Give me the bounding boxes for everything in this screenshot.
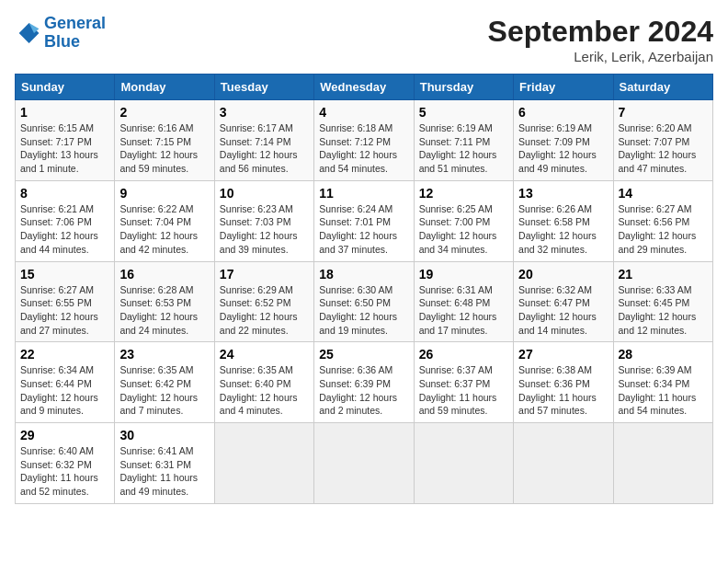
weekday-header-sunday: Sunday (16, 75, 115, 100)
day-number: 26 (419, 347, 508, 362)
calendar-table: SundayMondayTuesdayWednesdayThursdayFrid… (15, 74, 713, 504)
empty-cell (414, 423, 513, 504)
day-cell: 14Sunrise: 6:27 AM Sunset: 6:56 PM Dayli… (613, 180, 712, 261)
day-detail: Sunrise: 6:35 AM Sunset: 6:40 PM Dayligh… (220, 363, 309, 418)
day-number: 3 (220, 105, 309, 120)
day-number: 8 (20, 186, 109, 201)
day-detail: Sunrise: 6:19 AM Sunset: 7:09 PM Dayligh… (518, 121, 608, 176)
weekday-header-wednesday: Wednesday (314, 75, 414, 100)
day-number: 29 (20, 428, 109, 442)
day-cell: 9Sunrise: 6:22 AM Sunset: 7:04 PM Daylig… (115, 180, 214, 261)
day-number: 14 (619, 186, 708, 201)
day-detail: Sunrise: 6:22 AM Sunset: 7:04 PM Dayligh… (119, 202, 209, 257)
day-detail: Sunrise: 6:23 AM Sunset: 7:03 PM Dayligh… (220, 202, 309, 257)
day-cell: 20Sunrise: 6:32 AM Sunset: 6:47 PM Dayli… (514, 261, 613, 342)
day-detail: Sunrise: 6:39 AM Sunset: 6:34 PM Dayligh… (619, 363, 708, 418)
day-cell: 29Sunrise: 6:40 AM Sunset: 6:32 PM Dayli… (16, 423, 115, 504)
weekday-header-tuesday: Tuesday (214, 75, 313, 100)
empty-cell (214, 423, 313, 504)
day-detail: Sunrise: 6:31 AM Sunset: 6:48 PM Dayligh… (419, 283, 508, 338)
day-cell: 15Sunrise: 6:27 AM Sunset: 6:55 PM Dayli… (16, 261, 115, 342)
day-number: 17 (220, 267, 309, 282)
calendar-row: 15Sunrise: 6:27 AM Sunset: 6:55 PM Dayli… (16, 261, 713, 342)
day-cell: 3Sunrise: 6:17 AM Sunset: 7:14 PM Daylig… (214, 100, 313, 181)
day-cell: 30Sunrise: 6:41 AM Sunset: 6:31 PM Dayli… (115, 423, 214, 504)
day-cell: 10Sunrise: 6:23 AM Sunset: 7:03 PM Dayli… (214, 180, 313, 261)
empty-cell (613, 423, 712, 504)
day-number: 20 (518, 267, 608, 282)
day-number: 16 (119, 267, 209, 282)
day-detail: Sunrise: 6:41 AM Sunset: 6:31 PM Dayligh… (119, 444, 209, 499)
day-cell: 23Sunrise: 6:35 AM Sunset: 6:42 PM Dayli… (115, 342, 214, 423)
day-number: 25 (319, 347, 408, 362)
day-number: 5 (419, 105, 508, 120)
day-detail: Sunrise: 6:26 AM Sunset: 6:58 PM Dayligh… (518, 202, 608, 257)
empty-cell (514, 423, 613, 504)
weekday-header-saturday: Saturday (613, 75, 712, 100)
day-cell: 1Sunrise: 6:15 AM Sunset: 7:17 PM Daylig… (16, 100, 115, 181)
day-cell: 17Sunrise: 6:29 AM Sunset: 6:52 PM Dayli… (214, 261, 313, 342)
day-number: 30 (119, 428, 209, 442)
day-number: 12 (419, 186, 508, 201)
day-number: 22 (20, 347, 109, 362)
day-detail: Sunrise: 6:30 AM Sunset: 6:50 PM Dayligh… (319, 283, 408, 338)
empty-cell (314, 423, 414, 504)
day-cell: 26Sunrise: 6:37 AM Sunset: 6:37 PM Dayli… (414, 342, 513, 423)
weekday-header-thursday: Thursday (414, 75, 513, 100)
day-cell: 19Sunrise: 6:31 AM Sunset: 6:48 PM Dayli… (414, 261, 513, 342)
day-number: 28 (619, 347, 708, 362)
day-detail: Sunrise: 6:20 AM Sunset: 7:07 PM Dayligh… (619, 121, 708, 176)
day-detail: Sunrise: 6:19 AM Sunset: 7:11 PM Dayligh… (419, 121, 508, 176)
day-cell: 24Sunrise: 6:35 AM Sunset: 6:40 PM Dayli… (214, 342, 313, 423)
day-number: 15 (20, 267, 109, 282)
day-detail: Sunrise: 6:16 AM Sunset: 7:15 PM Dayligh… (119, 121, 209, 176)
day-detail: Sunrise: 6:38 AM Sunset: 6:36 PM Dayligh… (518, 363, 608, 418)
day-cell: 8Sunrise: 6:21 AM Sunset: 7:06 PM Daylig… (16, 180, 115, 261)
day-number: 19 (419, 267, 508, 282)
day-detail: Sunrise: 6:24 AM Sunset: 7:01 PM Dayligh… (319, 202, 408, 257)
day-number: 24 (220, 347, 309, 362)
day-cell: 27Sunrise: 6:38 AM Sunset: 6:36 PM Dayli… (514, 342, 613, 423)
day-cell: 7Sunrise: 6:20 AM Sunset: 7:07 PM Daylig… (613, 100, 712, 181)
month-title: September 2024 (488, 15, 713, 49)
day-detail: Sunrise: 6:15 AM Sunset: 7:17 PM Dayligh… (20, 121, 109, 176)
day-detail: Sunrise: 6:18 AM Sunset: 7:12 PM Dayligh… (319, 121, 408, 176)
day-cell: 16Sunrise: 6:28 AM Sunset: 6:53 PM Dayli… (115, 261, 214, 342)
day-number: 21 (619, 267, 708, 282)
day-cell: 4Sunrise: 6:18 AM Sunset: 7:12 PM Daylig… (314, 100, 414, 181)
day-detail: Sunrise: 6:21 AM Sunset: 7:06 PM Dayligh… (20, 202, 109, 257)
day-number: 11 (319, 186, 408, 201)
day-detail: Sunrise: 6:27 AM Sunset: 6:55 PM Dayligh… (20, 283, 109, 338)
day-number: 4 (319, 105, 408, 120)
day-detail: Sunrise: 6:17 AM Sunset: 7:14 PM Dayligh… (220, 121, 309, 176)
day-detail: Sunrise: 6:32 AM Sunset: 6:47 PM Dayligh… (518, 283, 608, 338)
day-detail: Sunrise: 6:35 AM Sunset: 6:42 PM Dayligh… (119, 363, 209, 418)
day-number: 18 (319, 267, 408, 282)
calendar-body: 1Sunrise: 6:15 AM Sunset: 7:17 PM Daylig… (16, 100, 713, 504)
day-number: 2 (119, 105, 209, 120)
logo-icon (15, 20, 40, 46)
day-cell: 5Sunrise: 6:19 AM Sunset: 7:11 PM Daylig… (414, 100, 513, 181)
day-detail: Sunrise: 6:36 AM Sunset: 6:39 PM Dayligh… (319, 363, 408, 418)
weekday-header-friday: Friday (514, 75, 613, 100)
day-detail: Sunrise: 6:29 AM Sunset: 6:52 PM Dayligh… (220, 283, 309, 338)
day-number: 6 (518, 105, 608, 120)
day-detail: Sunrise: 6:33 AM Sunset: 6:45 PM Dayligh… (619, 283, 708, 338)
page-header: General Blue September 2024 Lerik, Lerik… (15, 15, 713, 64)
logo-text: General Blue (44, 15, 106, 52)
day-number: 1 (20, 105, 109, 120)
calendar-row: 8Sunrise: 6:21 AM Sunset: 7:06 PM Daylig… (16, 180, 713, 261)
day-detail: Sunrise: 6:37 AM Sunset: 6:37 PM Dayligh… (419, 363, 508, 418)
day-cell: 25Sunrise: 6:36 AM Sunset: 6:39 PM Dayli… (314, 342, 414, 423)
day-detail: Sunrise: 6:27 AM Sunset: 6:56 PM Dayligh… (619, 202, 708, 257)
day-number: 7 (619, 105, 708, 120)
logo: General Blue (15, 15, 106, 52)
day-cell: 12Sunrise: 6:25 AM Sunset: 7:00 PM Dayli… (414, 180, 513, 261)
weekday-header-monday: Monday (115, 75, 214, 100)
day-number: 23 (119, 347, 209, 362)
day-cell: 21Sunrise: 6:33 AM Sunset: 6:45 PM Dayli… (613, 261, 712, 342)
day-detail: Sunrise: 6:25 AM Sunset: 7:00 PM Dayligh… (419, 202, 508, 257)
day-number: 9 (119, 186, 209, 201)
day-cell: 13Sunrise: 6:26 AM Sunset: 6:58 PM Dayli… (514, 180, 613, 261)
day-detail: Sunrise: 6:40 AM Sunset: 6:32 PM Dayligh… (20, 444, 109, 499)
